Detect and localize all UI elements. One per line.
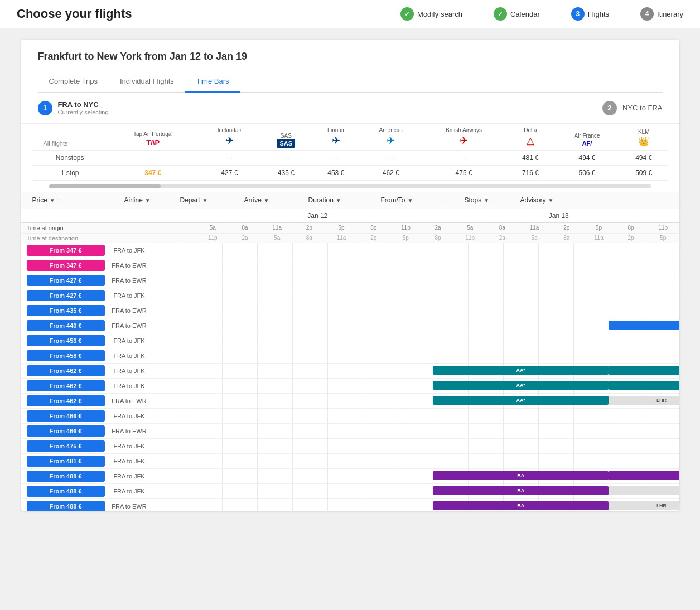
airline-tap[interactable]: Tap Air Portugal T/\P	[108, 124, 199, 151]
af-nonstop[interactable]: 494 €	[554, 151, 620, 166]
price-button[interactable]: From 427 €	[27, 290, 105, 301]
tab-time-bars[interactable]: Time Bars	[185, 71, 240, 93]
step-connector-1	[467, 14, 489, 14]
klm-1stop[interactable]: 509 €	[620, 166, 668, 181]
ba-1stop[interactable]: 475 €	[421, 166, 506, 181]
list-item[interactable]: From 466 €FRA to EWRFIKEFFI	[21, 424, 679, 439]
step-calendar[interactable]: ✓ Calendar	[494, 7, 540, 21]
step-flights[interactable]: 3 Flights	[571, 7, 609, 21]
trip-title: Frankfurt to New York from Jan 12 to Jan…	[38, 51, 663, 62]
tick-8p-2: 8p	[615, 223, 647, 233]
price-button[interactable]: From 488 €	[27, 501, 105, 511]
date-header-left	[21, 209, 197, 222]
price-button[interactable]: From 462 €	[27, 380, 105, 391]
ice-1stop[interactable]: 427 €	[199, 166, 261, 181]
list-item[interactable]: From 488 €FRA to JFKBABA*	[21, 469, 679, 484]
tab-individual-flights[interactable]: Individual Flights	[109, 71, 185, 93]
price-button[interactable]: From 481 €	[27, 456, 105, 467]
aa-nonstop: - -	[360, 151, 421, 166]
price-button[interactable]: From 458 €	[27, 350, 105, 361]
filter-fromto[interactable]: From/To ▼	[381, 196, 465, 204]
list-item[interactable]: From 475 €FRA to JFKBABA	[21, 439, 679, 454]
airline-airfrance[interactable]: Air France AF/	[554, 124, 620, 151]
price-button[interactable]: From 466 €	[27, 410, 105, 422]
af-logo: AF/	[582, 140, 592, 147]
leg1[interactable]: 1 FRA to NYC Currently selecting	[38, 100, 109, 115]
filter-duration[interactable]: Duration ▼	[308, 196, 381, 204]
tick-2p-1: 2p	[293, 223, 326, 233]
list-item[interactable]: From 462 €FRA to JFKAA*AA*	[21, 379, 679, 394]
delta-nonstop[interactable]: 481 €	[506, 151, 554, 166]
airline-american[interactable]: American ✈	[360, 124, 421, 151]
list-item[interactable]: From 453 €FRA to JFKAY*HELAY	[21, 333, 679, 348]
filter-advisory[interactable]: Advisory ▼	[520, 196, 668, 204]
flight-route: FRA to JFK	[107, 443, 152, 449]
list-item[interactable]: From 458 €FRA to JFKAY*AY*	[21, 348, 679, 364]
airline-sas[interactable]: SAS SAS	[260, 124, 311, 151]
price-button[interactable]: From 440 €	[27, 320, 105, 331]
flight-route: FRA to JFK	[107, 473, 152, 480]
list-item[interactable]: From 488 €FRA to EWRBALHRBA	[21, 499, 679, 511]
gantt-bar-container: AY*CLTAY*	[152, 409, 679, 423]
list-item[interactable]: From 347 €FRA to JFKTPTP	[21, 243, 679, 258]
finnair-logo: ✈	[332, 135, 340, 146]
price-button[interactable]: From 488 €	[27, 486, 105, 497]
price-button[interactable]: From 435 €	[27, 305, 105, 316]
price-button[interactable]: From 488 €	[27, 471, 105, 482]
list-item[interactable]: From 481 €FRA to JFKDL	[21, 454, 679, 469]
list-item[interactable]: From 466 €FRA to JFKAY*CLTAY*	[21, 409, 679, 424]
list-item[interactable]: From 440 €FRA to EWRTP*LISTP	[21, 318, 679, 333]
flight-route: FRA to EWR	[107, 262, 152, 269]
arrive-filter-icon: ▼	[264, 197, 269, 204]
scrollbar-thumb[interactable]	[49, 184, 161, 188]
list-item[interactable]: From 427 €FRA to JFKFIFI	[21, 288, 679, 303]
list-item[interactable]: From 488 €FRA to JFKBABA	[21, 484, 679, 499]
price-button[interactable]: From 347 €	[27, 245, 105, 256]
main-container: Frankfurt to New York from Jan 12 to Jan…	[21, 40, 679, 511]
list-item[interactable]: From 462 €FRA to EWRAA*LHRAA*	[21, 394, 679, 409]
tab-complete-trips[interactable]: Complete Trips	[38, 71, 109, 93]
list-item[interactable]: From 347 €FRA to EWRTPLISTP	[21, 258, 679, 273]
step-modify-search[interactable]: ✓ Modify search	[400, 7, 462, 21]
airline-british[interactable]: British Airways ✈	[421, 124, 506, 151]
airline-klm[interactable]: KLM 👑	[620, 124, 668, 151]
delta-1stop[interactable]: 716 €	[506, 166, 554, 181]
step-itinerary[interactable]: 4 Itinerary	[640, 7, 683, 21]
flights-list: From 347 €FRA to JFKTPTPFrom 347 €FRA to…	[21, 243, 679, 511]
price-button[interactable]: From 462 €	[27, 365, 105, 376]
airline-label: Airline	[124, 196, 143, 204]
sas-nonstop: - -	[260, 151, 311, 166]
dtick-5a-2: 5a	[518, 234, 551, 243]
filter-depart[interactable]: Depart ▼	[180, 196, 244, 204]
airline-finnair[interactable]: Finnair ✈	[311, 124, 360, 151]
list-item[interactable]: From 435 €FRA to EWRCPHSK	[21, 303, 679, 318]
leg1-info: FRA to NYC Currently selecting	[58, 100, 109, 115]
filter-airline[interactable]: Airline ▼	[124, 196, 180, 204]
filter-price[interactable]: Price ▼ ↑	[32, 196, 124, 204]
airline-delta[interactable]: Delta △	[506, 124, 554, 151]
aa-1stop[interactable]: 462 €	[360, 166, 421, 181]
gantt-segment: AA*	[433, 381, 609, 390]
list-item[interactable]: From 427 €FRA to EWRFIFI	[21, 273, 679, 288]
price-button[interactable]: From 427 €	[27, 275, 105, 286]
airline-icelandair[interactable]: Icelandair ✈	[199, 124, 261, 151]
leg2[interactable]: 2 NYC to FRA	[602, 101, 663, 115]
fromto-filter-icon: ▼	[408, 197, 413, 204]
klm-nonstop[interactable]: 494 €	[620, 151, 668, 166]
flight-route: FRA to JFK	[107, 413, 152, 419]
tap-1stop[interactable]: 347 €	[108, 166, 199, 181]
price-button[interactable]: From 466 €	[27, 425, 105, 437]
horizontal-scrollbar[interactable]	[32, 184, 668, 188]
sas-1stop[interactable]: 435 €	[260, 166, 311, 181]
price-button[interactable]: From 462 €	[27, 395, 105, 406]
list-item[interactable]: From 462 €FRA to JFKAA*AA	[21, 364, 679, 379]
date-header-row: Jan 12 Jan 13	[21, 209, 679, 223]
price-button[interactable]: From 475 €	[27, 440, 105, 452]
fin-1stop[interactable]: 453 €	[311, 166, 360, 181]
filter-stops[interactable]: Stops ▼	[465, 196, 520, 204]
filter-arrive[interactable]: Arrive ▼	[244, 196, 308, 204]
price-button[interactable]: From 453 €	[27, 335, 105, 346]
price-button[interactable]: From 347 €	[27, 260, 105, 271]
af-1stop[interactable]: 506 €	[554, 166, 620, 181]
tick-11a-2: 11a	[518, 223, 551, 233]
